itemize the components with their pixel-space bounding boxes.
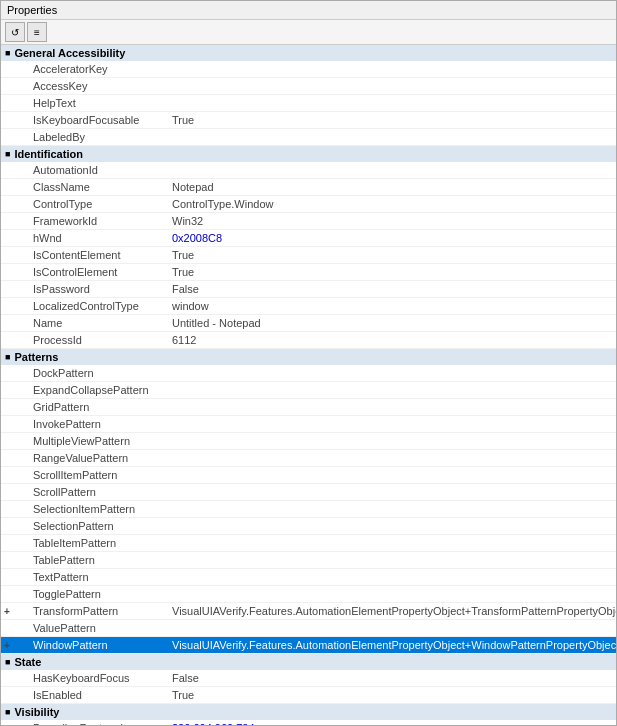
table-row[interactable]: BoundingRectangle320,204,960,704: [1, 720, 616, 725]
table-row[interactable]: AcceleratorKey: [1, 61, 616, 78]
expand-cell-icon: [1, 113, 13, 127]
property-value: [168, 400, 616, 414]
property-value: True: [168, 688, 616, 702]
expand-icon: +: [4, 640, 10, 651]
section-label: Identification: [14, 148, 82, 160]
property-value: [168, 587, 616, 601]
property-name: IsContentElement: [13, 248, 168, 262]
property-name: AutomationId: [13, 163, 168, 177]
expand-cell-icon: [1, 451, 13, 465]
expand-cell-icon: [1, 62, 13, 76]
expand-cell-icon: [1, 282, 13, 296]
table-row[interactable]: +TransformPatternVisualUIAVerify.Feature…: [1, 603, 616, 620]
property-name: InvokePattern: [13, 417, 168, 431]
table-row[interactable]: IsKeyboardFocusableTrue: [1, 112, 616, 129]
table-row[interactable]: LocalizedControlTypewindow: [1, 298, 616, 315]
table-row[interactable]: ControlTypeControlType.Window: [1, 196, 616, 213]
property-name: ProcessId: [13, 333, 168, 347]
property-value: [168, 468, 616, 482]
table-row[interactable]: DockPattern: [1, 365, 616, 382]
section-header-general-accessibility[interactable]: ■General Accessibility: [1, 45, 616, 61]
table-row[interactable]: ClassNameNotepad: [1, 179, 616, 196]
section-label: Visibility: [14, 706, 59, 718]
table-row[interactable]: TogglePattern: [1, 586, 616, 603]
property-name: ScrollPattern: [13, 485, 168, 499]
property-name: MultipleViewPattern: [13, 434, 168, 448]
property-name: IsEnabled: [13, 688, 168, 702]
expand-cell-icon[interactable]: +: [1, 604, 13, 618]
property-value: [168, 502, 616, 516]
table-row[interactable]: SelectionItemPattern: [1, 501, 616, 518]
property-name: Name: [13, 316, 168, 330]
expand-cell-icon: [1, 468, 13, 482]
expand-cell-icon: [1, 316, 13, 330]
expand-cell-icon: [1, 214, 13, 228]
table-row[interactable]: LabeledBy: [1, 129, 616, 146]
property-name: ExpandCollapsePattern: [13, 383, 168, 397]
table-row[interactable]: HelpText: [1, 95, 616, 112]
expand-cell-icon: [1, 79, 13, 93]
property-name: BoundingRectangle: [13, 721, 168, 725]
expand-cell-icon: [1, 197, 13, 211]
table-row[interactable]: AccessKey: [1, 78, 616, 95]
table-row[interactable]: ScrollItemPattern: [1, 467, 616, 484]
table-row[interactable]: IsControlElementTrue: [1, 264, 616, 281]
table-row[interactable]: +WindowPatternVisualUIAVerify.Features.A…: [1, 637, 616, 654]
property-value: [168, 163, 616, 177]
property-name: HelpText: [13, 96, 168, 110]
property-value: False: [168, 671, 616, 685]
table-row[interactable]: NameUntitled - Notepad: [1, 315, 616, 332]
table-row[interactable]: ScrollPattern: [1, 484, 616, 501]
table-row[interactable]: MultipleViewPattern: [1, 433, 616, 450]
section-label: Patterns: [14, 351, 58, 363]
expand-collapse-icon: ■: [5, 707, 10, 717]
table-row[interactable]: TablePattern: [1, 552, 616, 569]
table-row[interactable]: FrameworkIdWin32: [1, 213, 616, 230]
table-row[interactable]: IsEnabledTrue: [1, 687, 616, 704]
property-name: TransformPattern: [13, 604, 168, 618]
section-label: General Accessibility: [14, 47, 125, 59]
property-value: Notepad: [168, 180, 616, 194]
section-header-state[interactable]: ■State: [1, 654, 616, 670]
expand-cell-icon: [1, 163, 13, 177]
table-row[interactable]: ProcessId6112: [1, 332, 616, 349]
property-value: [168, 519, 616, 533]
table-row[interactable]: ExpandCollapsePattern: [1, 382, 616, 399]
section-label: State: [14, 656, 41, 668]
expand-cell-icon: [1, 299, 13, 313]
property-name: IsKeyboardFocusable: [13, 113, 168, 127]
section-header-visibility[interactable]: ■Visibility: [1, 704, 616, 720]
table-row[interactable]: InvokePattern: [1, 416, 616, 433]
property-name: AcceleratorKey: [13, 62, 168, 76]
expand-cell-icon: [1, 671, 13, 685]
table-row[interactable]: IsContentElementTrue: [1, 247, 616, 264]
table-row[interactable]: IsPasswordFalse: [1, 281, 616, 298]
property-value: VisualUIAVerify.Features.AutomationEleme…: [168, 604, 616, 618]
refresh-button[interactable]: ↺: [5, 22, 25, 42]
expand-cell-icon: [1, 333, 13, 347]
section-header-identification[interactable]: ■Identification: [1, 146, 616, 162]
property-value: [168, 485, 616, 499]
table-row[interactable]: GridPattern: [1, 399, 616, 416]
expand-icon: +: [4, 606, 10, 617]
expand-cell-icon: [1, 400, 13, 414]
expand-collapse-icon: ■: [5, 657, 10, 667]
table-row[interactable]: HasKeyboardFocusFalse: [1, 670, 616, 687]
expand-cell-icon: [1, 621, 13, 635]
table-row[interactable]: ValuePattern: [1, 620, 616, 637]
list-button[interactable]: ≡: [27, 22, 47, 42]
table-row[interactable]: TableItemPattern: [1, 535, 616, 552]
table-row[interactable]: TextPattern: [1, 569, 616, 586]
property-name: IsControlElement: [13, 265, 168, 279]
property-name: AccessKey: [13, 79, 168, 93]
property-value: True: [168, 113, 616, 127]
table-row[interactable]: AutomationId: [1, 162, 616, 179]
table-row[interactable]: SelectionPattern: [1, 518, 616, 535]
table-row[interactable]: hWnd0x2008C8: [1, 230, 616, 247]
property-value: [168, 621, 616, 635]
expand-cell-icon: [1, 180, 13, 194]
section-header-patterns[interactable]: ■Patterns: [1, 349, 616, 365]
expand-cell-icon[interactable]: +: [1, 638, 13, 652]
expand-cell-icon: [1, 383, 13, 397]
table-row[interactable]: RangeValuePattern: [1, 450, 616, 467]
